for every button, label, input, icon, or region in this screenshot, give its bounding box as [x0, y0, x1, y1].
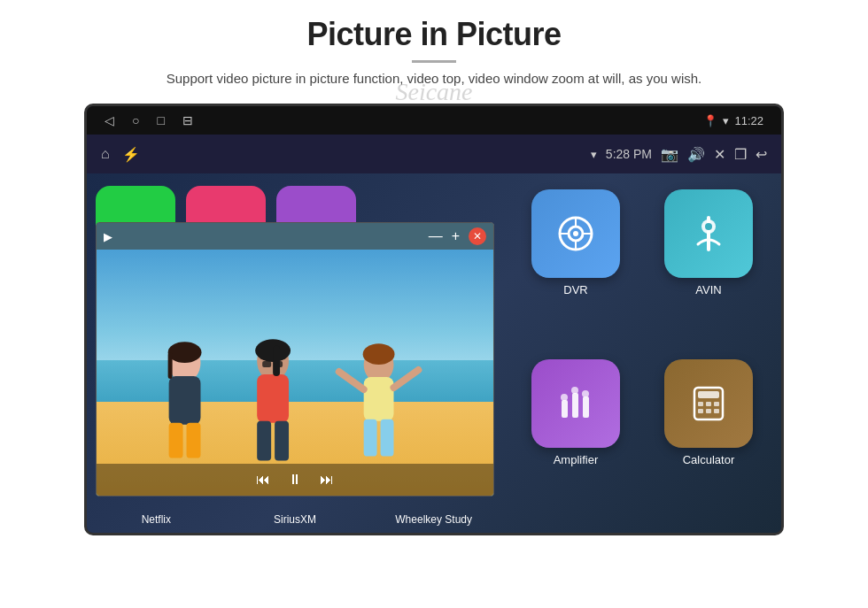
svg-rect-11: [273, 345, 280, 376]
play-btn[interactable]: ⏸: [288, 472, 302, 488]
amplifier-label: Amplifier: [554, 453, 599, 466]
svg-rect-13: [274, 361, 283, 367]
signal-icon: ▾: [723, 114, 729, 127]
nav-recent-icon[interactable]: □: [157, 113, 164, 127]
svg-point-35: [571, 387, 578, 394]
people-svg: [97, 292, 493, 469]
nav-home-icon[interactable]: ○: [132, 113, 139, 127]
svg-rect-15: [364, 377, 394, 421]
nav-extra-icon[interactable]: ⊟: [182, 113, 193, 127]
siriusxm-label: SiriusXM: [255, 513, 335, 526]
svg-point-36: [582, 390, 589, 397]
pip-controls: ⏮ ⏸ ⏭: [97, 464, 493, 496]
subtitle: Support video picture in picture functio…: [167, 68, 701, 89]
svg-point-34: [561, 394, 568, 401]
pip-video-window[interactable]: ▶ — + ✕: [96, 222, 494, 496]
svg-rect-43: [706, 409, 711, 413]
svg-rect-32: [572, 393, 578, 418]
usb-icon: ⚡: [122, 146, 140, 163]
svg-line-20: [394, 370, 419, 388]
nav-back-icon[interactable]: ◁: [105, 113, 114, 127]
pip-minimize-btn[interactable]: —: [429, 228, 443, 244]
dvr-icon[interactable]: [531, 189, 620, 278]
calculator-icon[interactable]: [664, 359, 753, 448]
app-icon-block-amplifier[interactable]: Amplifier: [515, 359, 636, 517]
action-bar: ⌂ ⚡ ▾ 5:28 PM 📷 🔊 ✕ ❒ ↩: [87, 135, 781, 173]
pip-toolbar-right: — + ✕: [429, 227, 486, 245]
status-right: 📍 ▾ 11:22: [703, 114, 763, 127]
svg-rect-16: [364, 419, 377, 457]
svg-point-4: [168, 342, 202, 363]
svg-rect-39: [698, 402, 703, 406]
svg-rect-41: [714, 402, 719, 406]
dvr-svg: [553, 211, 599, 257]
pip-close-btn[interactable]: ✕: [469, 227, 486, 245]
status-time: 11:22: [734, 114, 763, 127]
pip-toolbar: ▶ — + ✕: [97, 223, 493, 250]
amplifier-icon[interactable]: [531, 359, 620, 448]
pip-play-indicator: ▶: [104, 230, 112, 243]
svg-rect-31: [562, 400, 568, 418]
main-area: ▶ — + ✕: [87, 173, 781, 533]
app-icon-block-calculator[interactable]: Calculator: [648, 359, 769, 517]
pip-maximize-btn[interactable]: +: [452, 228, 460, 244]
action-bar-right: ▾ 5:28 PM 📷 🔊 ✕ ❒ ↩: [591, 146, 767, 163]
svg-rect-9: [275, 421, 289, 461]
camera-icon[interactable]: 📷: [661, 146, 678, 163]
amplifier-svg: [553, 381, 599, 427]
app-icon-block-dvr[interactable]: DVR: [515, 189, 636, 347]
page-title: Picture in Picture: [306, 16, 561, 53]
nav-buttons: ◁ ○ □ ⊟: [105, 113, 193, 127]
window-icon[interactable]: ❒: [734, 146, 747, 163]
home-icon[interactable]: ⌂: [101, 146, 110, 162]
close-x-icon[interactable]: ✕: [714, 146, 725, 163]
pip-toolbar-left: ▶: [104, 230, 112, 243]
svg-rect-5: [168, 352, 173, 379]
avin-svg: [686, 211, 732, 257]
sound-icon[interactable]: 🔊: [687, 146, 705, 163]
bottom-labels: Netflix SiriusXM Wheelkey Study: [87, 513, 503, 526]
app-grid: ▶ — + ✕: [87, 173, 781, 533]
wheelkey-label: Wheelkey Study: [394, 513, 474, 526]
gps-icon: 📍: [703, 114, 717, 127]
beach-scene: [97, 250, 493, 496]
avin-icon[interactable]: [664, 189, 753, 278]
svg-rect-8: [257, 421, 271, 461]
device-frame: ◁ ○ □ ⊟ 📍 ▾ 11:22 ⌂ ⚡ ▾ 5:28 PM 📷 🔊: [84, 104, 784, 535]
back-icon[interactable]: ↩: [756, 146, 767, 163]
svg-point-23: [573, 231, 578, 236]
svg-rect-12: [262, 361, 271, 367]
pip-area: ▶ — + ✕: [87, 173, 503, 533]
rewind-btn[interactable]: ⏮: [256, 472, 270, 488]
svg-line-19: [339, 372, 364, 389]
svg-rect-2: [169, 423, 183, 458]
wifi-icon: ▾: [591, 148, 597, 161]
dvr-label: DVR: [563, 283, 587, 296]
svg-rect-7: [257, 374, 289, 423]
svg-rect-17: [381, 419, 394, 457]
svg-rect-1: [169, 376, 201, 425]
calculator-svg: [686, 381, 732, 427]
avin-label: AVIN: [695, 283, 721, 296]
action-bar-left: ⌂ ⚡: [101, 146, 140, 163]
svg-rect-40: [706, 402, 711, 406]
apps-right: DVR AVIN: [503, 173, 781, 533]
status-bar-top: ◁ ○ □ ⊟ 📍 ▾ 11:22: [87, 106, 781, 135]
svg-rect-38: [698, 391, 719, 398]
svg-rect-3: [187, 423, 201, 458]
calculator-label: Calculator: [683, 453, 735, 466]
svg-rect-33: [583, 396, 589, 418]
forward-btn[interactable]: ⏭: [320, 472, 334, 488]
netflix-label: Netflix: [116, 513, 196, 526]
title-divider: [412, 60, 456, 63]
svg-rect-44: [714, 409, 719, 413]
action-time: 5:28 PM: [606, 147, 652, 161]
app-icon-block-avin[interactable]: AVIN: [648, 189, 769, 347]
svg-point-30: [705, 223, 712, 230]
svg-rect-42: [698, 409, 703, 413]
svg-point-18: [363, 343, 395, 365]
